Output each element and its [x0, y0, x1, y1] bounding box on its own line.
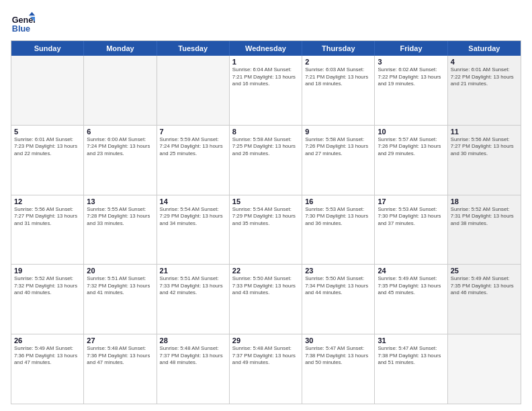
cal-cell-3: 3Sunrise: 6:02 AM Sunset: 7:22 PM Daylig…	[375, 56, 447, 125]
cal-cell-1: 1Sunrise: 6:04 AM Sunset: 7:21 PM Daylig…	[230, 56, 302, 125]
day-number: 2	[305, 58, 371, 66]
day-info: Sunrise: 6:01 AM Sunset: 7:22 PM Dayligh…	[451, 66, 518, 88]
cal-cell-21: 21Sunrise: 5:51 AM Sunset: 7:33 PM Dayli…	[157, 265, 230, 334]
cal-cell-25: 25Sunrise: 5:49 AM Sunset: 7:35 PM Dayli…	[448, 265, 521, 334]
cal-cell-20: 20Sunrise: 5:51 AM Sunset: 7:32 PM Dayli…	[84, 265, 157, 334]
page: General Blue SundayMondayTuesdayWednesda…	[0, 0, 532, 411]
cal-cell-12: 12Sunrise: 5:56 AM Sunset: 7:27 PM Dayli…	[11, 195, 84, 265]
cal-cell-26: 26Sunrise: 5:49 AM Sunset: 7:36 PM Dayli…	[11, 334, 84, 404]
day-info: Sunrise: 5:58 AM Sunset: 7:25 PM Dayligh…	[232, 136, 299, 158]
day-info: Sunrise: 5:56 AM Sunset: 7:27 PM Dayligh…	[14, 206, 81, 228]
day-number: 30	[305, 336, 371, 345]
cal-cell-28: 28Sunrise: 5:48 AM Sunset: 7:37 PM Dayli…	[157, 334, 230, 404]
day-info: Sunrise: 6:03 AM Sunset: 7:21 PM Dayligh…	[305, 66, 371, 88]
cal-cell-empty	[157, 56, 230, 125]
day-info: Sunrise: 5:48 AM Sunset: 7:37 PM Dayligh…	[232, 345, 299, 367]
day-number: 27	[87, 336, 153, 345]
day-info: Sunrise: 5:53 AM Sunset: 7:30 PM Dayligh…	[305, 206, 371, 228]
day-info: Sunrise: 5:51 AM Sunset: 7:32 PM Dayligh…	[87, 275, 153, 297]
day-number: 25	[451, 267, 518, 275]
cal-cell-5: 5Sunrise: 6:01 AM Sunset: 7:23 PM Daylig…	[11, 126, 84, 195]
week-row-1: 1Sunrise: 6:04 AM Sunset: 7:21 PM Daylig…	[11, 56, 521, 126]
day-info: Sunrise: 5:58 AM Sunset: 7:26 PM Dayligh…	[305, 136, 371, 158]
cal-cell-empty	[84, 56, 157, 125]
header: General Blue	[11, 11, 521, 35]
day-number: 21	[160, 267, 226, 275]
cal-cell-7: 7Sunrise: 5:59 AM Sunset: 7:24 PM Daylig…	[157, 126, 230, 195]
day-number: 16	[305, 197, 371, 205]
day-number: 17	[378, 197, 444, 205]
cal-cell-15: 15Sunrise: 5:54 AM Sunset: 7:29 PM Dayli…	[230, 195, 302, 265]
day-number: 18	[451, 197, 518, 205]
cal-cell-13: 13Sunrise: 5:55 AM Sunset: 7:28 PM Dayli…	[84, 195, 157, 265]
day-info: Sunrise: 5:54 AM Sunset: 7:29 PM Dayligh…	[160, 206, 226, 228]
cal-cell-11: 11Sunrise: 5:56 AM Sunset: 7:27 PM Dayli…	[448, 126, 521, 195]
day-info: Sunrise: 5:55 AM Sunset: 7:28 PM Dayligh…	[87, 206, 153, 228]
week-row-4: 19Sunrise: 5:52 AM Sunset: 7:32 PM Dayli…	[11, 265, 521, 334]
day-number: 20	[87, 267, 153, 275]
day-header-wednesday: Wednesday	[230, 41, 302, 56]
day-number: 13	[87, 197, 153, 205]
day-number: 26	[14, 336, 81, 345]
cal-cell-18: 18Sunrise: 5:52 AM Sunset: 7:31 PM Dayli…	[448, 195, 521, 265]
day-info: Sunrise: 5:51 AM Sunset: 7:33 PM Dayligh…	[160, 275, 226, 297]
calendar: SundayMondayTuesdayWednesdayThursdayFrid…	[11, 40, 521, 404]
day-number: 8	[232, 128, 299, 136]
cal-cell-16: 16Sunrise: 5:53 AM Sunset: 7:30 PM Dayli…	[302, 195, 375, 265]
week-row-3: 12Sunrise: 5:56 AM Sunset: 7:27 PM Dayli…	[11, 195, 521, 265]
day-number: 31	[378, 336, 444, 345]
day-number: 5	[14, 128, 81, 136]
day-info: Sunrise: 5:56 AM Sunset: 7:27 PM Dayligh…	[451, 136, 518, 158]
day-header-tuesday: Tuesday	[157, 41, 230, 56]
week-row-5: 26Sunrise: 5:49 AM Sunset: 7:36 PM Dayli…	[11, 334, 521, 404]
day-info: Sunrise: 5:48 AM Sunset: 7:37 PM Dayligh…	[160, 345, 226, 367]
day-info: Sunrise: 5:47 AM Sunset: 7:38 PM Dayligh…	[378, 345, 444, 367]
cal-cell-6: 6Sunrise: 6:00 AM Sunset: 7:24 PM Daylig…	[84, 126, 157, 195]
day-info: Sunrise: 5:49 AM Sunset: 7:36 PM Dayligh…	[14, 345, 81, 367]
week-row-2: 5Sunrise: 6:01 AM Sunset: 7:23 PM Daylig…	[11, 126, 521, 195]
day-number: 29	[232, 336, 299, 345]
day-number: 7	[160, 128, 226, 136]
day-info: Sunrise: 6:02 AM Sunset: 7:22 PM Dayligh…	[378, 66, 444, 88]
day-info: Sunrise: 6:04 AM Sunset: 7:21 PM Dayligh…	[232, 66, 299, 88]
day-info: Sunrise: 6:00 AM Sunset: 7:24 PM Dayligh…	[87, 136, 153, 158]
day-info: Sunrise: 5:59 AM Sunset: 7:24 PM Dayligh…	[160, 136, 226, 158]
cal-cell-31: 31Sunrise: 5:47 AM Sunset: 7:38 PM Dayli…	[375, 334, 447, 404]
day-number: 19	[14, 267, 81, 275]
cal-cell-8: 8Sunrise: 5:58 AM Sunset: 7:25 PM Daylig…	[230, 126, 302, 195]
day-info: Sunrise: 5:49 AM Sunset: 7:35 PM Dayligh…	[378, 275, 444, 297]
day-number: 6	[87, 128, 153, 136]
day-number: 15	[232, 197, 299, 205]
day-info: Sunrise: 5:54 AM Sunset: 7:29 PM Dayligh…	[232, 206, 299, 228]
day-number: 22	[232, 267, 299, 275]
cal-cell-22: 22Sunrise: 5:50 AM Sunset: 7:33 PM Dayli…	[230, 265, 302, 334]
day-header-thursday: Thursday	[302, 41, 375, 56]
day-number: 28	[160, 336, 226, 345]
cal-cell-2: 2Sunrise: 6:03 AM Sunset: 7:21 PM Daylig…	[302, 56, 375, 125]
day-number: 1	[232, 58, 299, 66]
cal-cell-17: 17Sunrise: 5:53 AM Sunset: 7:30 PM Dayli…	[375, 195, 447, 265]
calendar-header: SundayMondayTuesdayWednesdayThursdayFrid…	[11, 41, 521, 56]
day-number: 4	[451, 58, 518, 66]
day-number: 14	[160, 197, 226, 205]
calendar-body: 1Sunrise: 6:04 AM Sunset: 7:21 PM Daylig…	[11, 56, 521, 404]
day-info: Sunrise: 5:57 AM Sunset: 7:26 PM Dayligh…	[378, 136, 444, 158]
day-header-saturday: Saturday	[448, 41, 521, 56]
cal-cell-19: 19Sunrise: 5:52 AM Sunset: 7:32 PM Dayli…	[11, 265, 84, 334]
day-number: 12	[14, 197, 81, 205]
day-info: Sunrise: 6:01 AM Sunset: 7:23 PM Dayligh…	[14, 136, 81, 158]
svg-text:Blue: Blue	[12, 24, 30, 34]
day-header-friday: Friday	[375, 41, 447, 56]
logo: General Blue	[11, 11, 35, 35]
cal-cell-23: 23Sunrise: 5:50 AM Sunset: 7:34 PM Dayli…	[302, 265, 375, 334]
day-header-monday: Monday	[84, 41, 157, 56]
cal-cell-27: 27Sunrise: 5:48 AM Sunset: 7:36 PM Dayli…	[84, 334, 157, 404]
svg-marker-2	[29, 12, 35, 15]
cal-cell-10: 10Sunrise: 5:57 AM Sunset: 7:26 PM Dayli…	[375, 126, 447, 195]
cal-cell-empty	[11, 56, 84, 125]
day-info: Sunrise: 5:52 AM Sunset: 7:32 PM Dayligh…	[14, 275, 81, 297]
cal-cell-29: 29Sunrise: 5:48 AM Sunset: 7:37 PM Dayli…	[230, 334, 302, 404]
cal-cell-24: 24Sunrise: 5:49 AM Sunset: 7:35 PM Dayli…	[375, 265, 447, 334]
day-info: Sunrise: 5:50 AM Sunset: 7:33 PM Dayligh…	[232, 275, 299, 297]
day-number: 23	[305, 267, 371, 275]
